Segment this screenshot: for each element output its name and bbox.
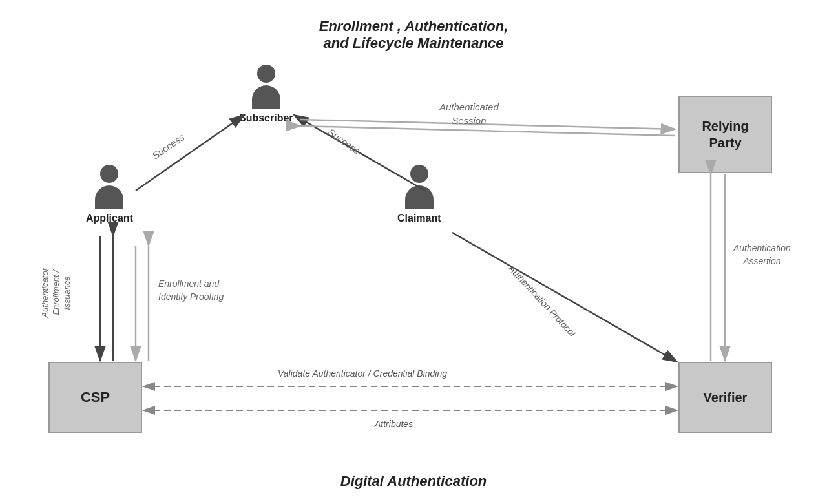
auth-assertion-label: AuthenticationAssertion: [733, 242, 791, 268]
claimant-label: Claimant: [397, 213, 441, 224]
success-applicant-label: Success: [150, 131, 186, 161]
claimant-person: Claimant: [397, 165, 441, 224]
applicant-icon: [90, 165, 129, 210]
validate-authenticator-label: Validate Authenticator / Credential Bind…: [278, 368, 447, 379]
applicant-person: Applicant: [86, 165, 133, 224]
enrollment-identity-label: Enrollment andIdentity Proofing: [158, 278, 224, 303]
title-top: Enrollment , Authentication, and Lifecyc…: [319, 18, 508, 52]
verifier-box: Verifier: [678, 362, 772, 433]
diagram: Enrollment , Authentication, and Lifecyc…: [0, 0, 827, 504]
csp-box: CSP: [48, 362, 142, 433]
svg-line-9: [300, 126, 675, 136]
auth-protocol-label: Authentication Protocol: [507, 264, 578, 339]
title-bottom: Digital Authentication: [340, 473, 487, 490]
relying-party-box: RelyingParty: [678, 96, 772, 173]
claimant-icon: [400, 165, 439, 210]
success-claimant-label: Success: [326, 126, 362, 156]
subscriber-label: Subscriber: [239, 112, 293, 124]
subscriber-person: Subscriber: [239, 65, 293, 124]
subscriber-icon: [247, 65, 286, 110]
svg-line-10: [452, 233, 677, 362]
attributes-label: Attributes: [375, 419, 413, 429]
authenticator-enrollment-label: AuthenticatorEnrollment /Issuance: [40, 268, 73, 318]
authenticated-session-label: AuthenticatedSession: [439, 100, 499, 127]
applicant-label: Applicant: [86, 213, 133, 224]
